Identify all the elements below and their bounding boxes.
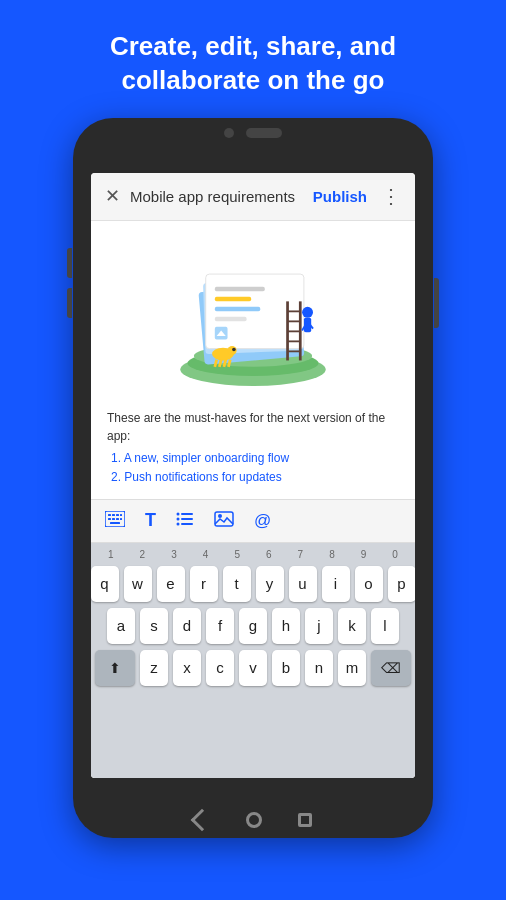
key-i[interactable]: i	[322, 566, 350, 602]
svg-rect-43	[112, 518, 115, 520]
list-item-1: 1. A new, simpler onboarding flow	[111, 449, 399, 468]
publish-button[interactable]: Publish	[313, 188, 367, 205]
close-button[interactable]: ✕	[105, 185, 120, 207]
key-l[interactable]: l	[371, 608, 399, 644]
illustration-container	[91, 221, 415, 401]
list-item-2: 2. Push notifications for updates	[111, 468, 399, 487]
more-options-icon[interactable]: ⋮	[381, 184, 401, 208]
power-button	[434, 278, 439, 328]
nav-home-button[interactable]	[246, 812, 262, 828]
svg-rect-42	[108, 518, 111, 520]
key-o[interactable]: o	[355, 566, 383, 602]
shift-key[interactable]: ⬆	[95, 650, 135, 686]
key-e[interactable]: e	[157, 566, 185, 602]
key-row-2: a s d f g h j k l	[95, 608, 411, 644]
phone-nav-bar	[194, 812, 312, 828]
svg-line-36	[228, 359, 230, 366]
key-g[interactable]: g	[239, 608, 267, 644]
num-8[interactable]: 8	[318, 549, 346, 560]
toolbar-left: ✕ Mobile app requirements	[105, 185, 295, 207]
volume-down-button	[67, 288, 72, 318]
svg-rect-38	[108, 514, 111, 516]
svg-rect-44	[116, 518, 119, 520]
svg-rect-14	[215, 296, 251, 301]
mention-icon[interactable]: @	[254, 511, 271, 531]
keyboard: 1 2 3 4 5 6 7 8 9 0 q w e r t	[91, 543, 415, 778]
key-v[interactable]: v	[239, 650, 267, 686]
key-k[interactable]: k	[338, 608, 366, 644]
num-0[interactable]: 0	[381, 549, 409, 560]
svg-line-34	[219, 359, 221, 366]
volume-up-button	[67, 248, 72, 278]
svg-rect-50	[181, 518, 193, 520]
svg-rect-53	[215, 512, 233, 526]
key-r[interactable]: r	[190, 566, 218, 602]
key-t[interactable]: t	[223, 566, 251, 602]
svg-rect-48	[181, 513, 193, 515]
num-1[interactable]: 1	[97, 549, 125, 560]
num-7[interactable]: 7	[286, 549, 314, 560]
number-row: 1 2 3 4 5 6 7 8 9 0	[95, 549, 411, 560]
phone-top-bar	[224, 128, 282, 138]
format-toolbar: T	[91, 499, 415, 543]
key-h[interactable]: h	[272, 608, 300, 644]
svg-rect-52	[181, 523, 193, 525]
toolbar-right: Publish ⋮	[313, 184, 401, 208]
text-format-icon[interactable]: T	[145, 510, 156, 531]
svg-rect-13	[215, 286, 265, 291]
key-d[interactable]: d	[173, 608, 201, 644]
svg-line-35	[224, 359, 226, 366]
list-format-icon[interactable]	[176, 511, 194, 531]
svg-point-26	[302, 306, 313, 317]
svg-rect-45	[120, 518, 122, 520]
svg-rect-46	[110, 522, 120, 524]
svg-line-33	[215, 359, 217, 366]
doc-list: 1. A new, simpler onboarding flow 2. Pus…	[107, 449, 399, 487]
svg-point-54	[218, 514, 222, 518]
key-w[interactable]: w	[124, 566, 152, 602]
key-q[interactable]: q	[91, 566, 119, 602]
nav-back-button[interactable]	[191, 808, 214, 831]
key-row-3: ⬆ z x c v b n m ⌫	[95, 650, 411, 686]
content-area: These are the must-haves for the next ve…	[91, 221, 415, 778]
num-4[interactable]: 4	[192, 549, 220, 560]
backspace-key[interactable]: ⌫	[371, 650, 411, 686]
key-f[interactable]: f	[206, 608, 234, 644]
key-a[interactable]: a	[107, 608, 135, 644]
document-content: These are the must-haves for the next ve…	[91, 401, 415, 499]
svg-point-47	[177, 512, 180, 515]
svg-rect-15	[215, 306, 260, 311]
key-b[interactable]: b	[272, 650, 300, 686]
key-z[interactable]: z	[140, 650, 168, 686]
front-camera	[224, 128, 234, 138]
image-insert-icon[interactable]	[214, 511, 234, 531]
key-s[interactable]: s	[140, 608, 168, 644]
key-j[interactable]: j	[305, 608, 333, 644]
svg-point-32	[232, 347, 236, 351]
num-6[interactable]: 6	[255, 549, 283, 560]
svg-rect-39	[112, 514, 115, 516]
key-c[interactable]: c	[206, 650, 234, 686]
key-x[interactable]: x	[173, 650, 201, 686]
num-9[interactable]: 9	[350, 549, 378, 560]
document-illustration	[153, 235, 353, 395]
phone-screen: ✕ Mobile app requirements Publish ⋮	[91, 173, 415, 778]
doc-body-text: These are the must-haves for the next ve…	[107, 409, 399, 445]
key-n[interactable]: n	[305, 650, 333, 686]
num-5[interactable]: 5	[223, 549, 251, 560]
num-2[interactable]: 2	[128, 549, 156, 560]
phone-mockup: ✕ Mobile app requirements Publish ⋮	[73, 118, 433, 838]
nav-recents-button[interactable]	[298, 813, 312, 827]
app-toolbar: ✕ Mobile app requirements Publish ⋮	[91, 173, 415, 221]
key-p[interactable]: p	[388, 566, 416, 602]
num-3[interactable]: 3	[160, 549, 188, 560]
key-row-1: q w e r t y u i o p	[95, 566, 411, 602]
svg-point-49	[177, 517, 180, 520]
key-u[interactable]: u	[289, 566, 317, 602]
svg-point-51	[177, 522, 180, 525]
phone-speaker	[246, 128, 282, 138]
key-y[interactable]: y	[256, 566, 284, 602]
keyboard-icon[interactable]	[105, 511, 125, 531]
svg-rect-16	[215, 316, 247, 321]
key-m[interactable]: m	[338, 650, 366, 686]
